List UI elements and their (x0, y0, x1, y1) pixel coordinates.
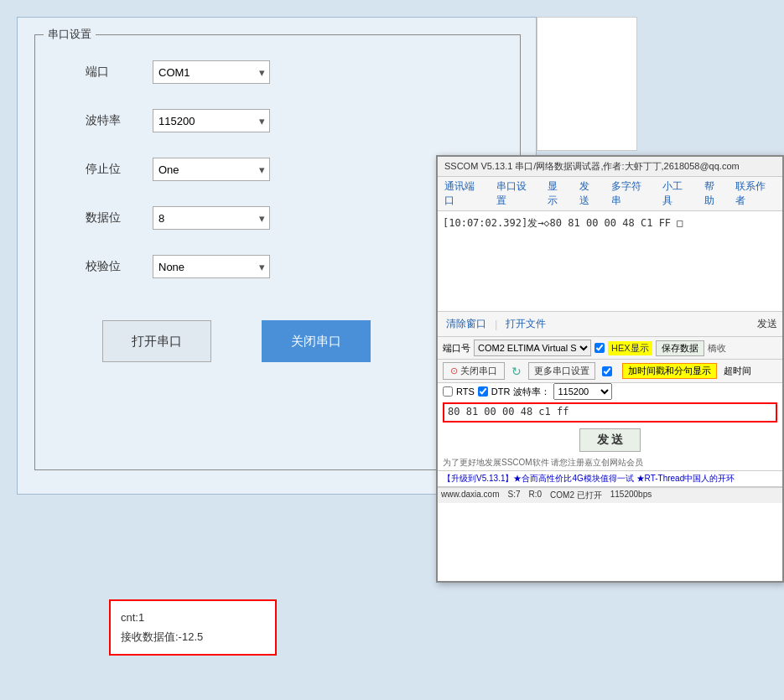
dtr-label: DTR (491, 386, 511, 397)
menu-serial[interactable]: 串口设置 (496, 179, 537, 208)
databit-select-wrapper: 5678 (153, 206, 270, 230)
info-box: cnt:1 接收数据值:-12.5 (109, 599, 277, 656)
sscom-promo: 为了更好地发展SSCOM软件 请您注册嘉立创网站会员 (438, 455, 782, 471)
sscom-statusbar: www.daxia.com S:7 R:0 COM2 已打开 115200bps (438, 487, 782, 503)
sscom-baud-select[interactable]: 115200 (553, 383, 612, 400)
sscom-port-select[interactable]: COM2 ELTIMA Virtual Serial (474, 340, 591, 356)
sscom-toolbar: 清除窗口 | 打开文件 发送 (438, 312, 782, 337)
baud-label: 波特率 (86, 113, 153, 128)
send-label: 发送 (757, 317, 777, 331)
port-select[interactable]: COM1 COM2 COM3 (153, 60, 270, 84)
hex-checkbox-row: HEX显示 (594, 341, 652, 355)
hex-input-text: 80 81 00 00 48 c1 ff (448, 406, 569, 417)
menu-send[interactable]: 发送 (579, 179, 600, 208)
refresh-icon[interactable]: ↻ (511, 365, 522, 378)
hex-display-checkbox[interactable] (594, 343, 605, 353)
sscom-window: SSCOM V5.13.1 串口/网络数据调试器,作者:大虾丁丁,2618058… (436, 155, 784, 583)
sscom-close-row: ⊙ 关闭串口 ↻ 更多串口设置 加时间戳和分句显示 超时间 (438, 360, 782, 383)
sscom-ad-row: 【升级到V5.13.1】★合而高性价比4G模块值得一试 ★RT-Thread中国… (438, 471, 782, 487)
group-title: 串口设置 (44, 27, 96, 42)
close-port-button[interactable]: 关闭串口 (262, 320, 371, 362)
baud-select-wrapper: 9600 115200 230400 (153, 109, 270, 132)
parity-select-wrapper: None Even Odd (153, 255, 270, 278)
send-button[interactable]: 发 送 (579, 428, 641, 452)
sscom-port-row: 端口号 COM2 ELTIMA Virtual Serial HEX显示 保存数… (438, 337, 782, 360)
status-baud: 115200bps (610, 490, 652, 501)
menu-multistr[interactable]: 多字符串 (611, 179, 652, 208)
parity-label: 校验位 (86, 259, 153, 274)
hex-label: HEX显示 (608, 341, 652, 355)
clear-window-button[interactable]: 清除窗口 (443, 315, 490, 333)
port-num-label: 端口号 (443, 342, 470, 355)
promo-text: 为了更好地发展SSCOM软件 请您注册嘉立创网站会员 (443, 458, 643, 467)
timestamp-checkbox[interactable] (602, 366, 612, 376)
rts-checkbox[interactable] (443, 386, 453, 397)
port-select-wrapper: COM1 COM2 COM3 (153, 60, 270, 84)
parity-select[interactable]: None Even Odd (153, 255, 270, 278)
databit-label: 数据位 (86, 210, 153, 226)
baud-row: 波特率 9600 115200 230400 (86, 109, 520, 132)
status-s: S:7 (507, 490, 520, 501)
sscom-baud-row: RTS DTR 波特率： 115200 (438, 383, 782, 400)
sscom-title: SSCOM V5.13.1 串口/网络数据调试器,作者:大虾丁丁,2618058… (444, 161, 740, 171)
port-label: 端口 (86, 65, 153, 80)
switch-label: 橋收 (708, 342, 726, 355)
baud-label: 波特率： (513, 386, 550, 398)
close-port-sscom-button[interactable]: ⊙ 关闭串口 (443, 362, 505, 380)
dtr-checkbox[interactable] (478, 386, 488, 397)
open-port-button[interactable]: 打开串口 (102, 320, 211, 362)
menu-help[interactable]: 帮助 (704, 179, 724, 208)
menu-comm[interactable]: 通讯端口 (444, 179, 485, 208)
cnt-text: cnt:1 (121, 608, 265, 627)
received-text: 接收数据值:-12.5 (121, 627, 265, 646)
timestamp-label: 加时间戳和分句显示 (622, 363, 717, 379)
send-btn-row: 发 送 (438, 425, 782, 455)
close-port-text: 关闭串口 (460, 365, 497, 377)
more-port-button[interactable]: 更多串口设置 (528, 362, 595, 380)
save-data-button[interactable]: 保存数据 (656, 340, 704, 356)
stopbit-select-wrapper: One Two OnePointFive (153, 158, 270, 181)
menu-tools[interactable]: 小工具 (662, 179, 693, 208)
stopbit-select[interactable]: One Two OnePointFive (153, 158, 270, 181)
status-url: www.daxia.com (441, 490, 499, 501)
sscom-output: [10:07:02.392]发→◇80 81 00 00 48 C1 FF □ (438, 211, 782, 312)
ad-text: 【升级到V5.13.1】★合而高性价比4G模块值得一试 ★RT-Thread中国… (443, 474, 735, 483)
databit-select[interactable]: 5678 (153, 206, 270, 230)
overtime-label: 超时间 (724, 365, 751, 377)
rts-label: RTS (456, 386, 475, 397)
sscom-menubar: 通讯端口 串口设置 显示 发送 多字符串 小工具 帮助 联系作者 (438, 177, 782, 211)
right-white-panel (537, 17, 637, 151)
output-text: [10:07:02.392]发→◇80 81 00 00 48 C1 FF □ (443, 217, 683, 229)
status-r: R:0 (528, 490, 542, 501)
sscom-titlebar: SSCOM V5.13.1 串口/网络数据调试器,作者:大虾丁丁,2618058… (438, 157, 782, 177)
menu-contact[interactable]: 联系作者 (735, 179, 776, 208)
hex-input-row: 80 81 00 00 48 c1 ff (443, 402, 777, 423)
open-file-button[interactable]: 打开文件 (502, 315, 549, 333)
menu-display[interactable]: 显示 (548, 179, 568, 208)
stopbit-label: 停止位 (86, 162, 153, 177)
baud-select[interactable]: 9600 115200 230400 (153, 109, 270, 132)
status-port: COM2 已打开 (550, 490, 602, 501)
port-row: 端口 COM1 COM2 COM3 (86, 60, 520, 84)
close-port-icon: ⊙ (450, 366, 458, 376)
